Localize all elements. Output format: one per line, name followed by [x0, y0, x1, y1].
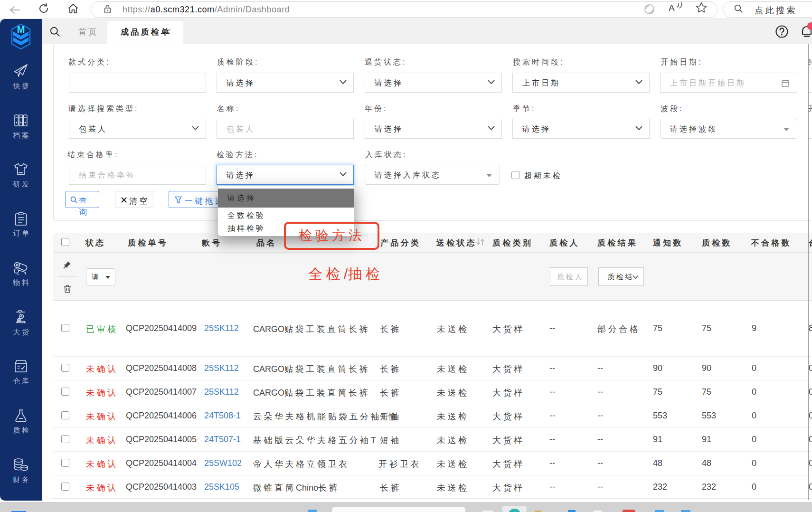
svg-text:M: M: [17, 24, 25, 35]
